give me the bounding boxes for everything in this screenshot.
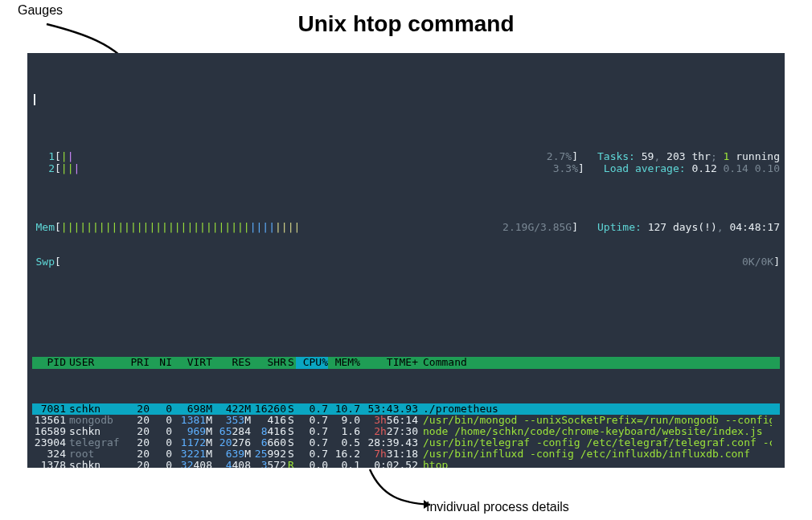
col-shr[interactable]: SHR xyxy=(251,357,286,368)
col-pri[interactable]: PRI xyxy=(125,357,150,368)
swp-gauge: Swp[0K/0K] xyxy=(32,256,780,268)
cpu-gauge-1: 1[||2.7%]Tasks: 59, 203 thr; 1 running xyxy=(32,151,780,163)
col-mem[interactable]: MEM% xyxy=(328,357,360,368)
process-annotation: Invidivual process details xyxy=(426,500,569,514)
process-row[interactable]: 23904telegraf2001172M202766660S0.70.528:… xyxy=(32,437,780,448)
page-title: Unix htop command xyxy=(297,11,514,37)
cursor-icon xyxy=(34,94,35,105)
col-virt[interactable]: VIRT xyxy=(172,357,212,368)
arrow-process-icon xyxy=(358,465,446,513)
mem-gauge: Mem[||||||||||||||||||||||||||||||||||||… xyxy=(32,221,780,233)
process-row[interactable]: 16589schkn200969M652848416S0.71.62h27:30… xyxy=(32,426,780,437)
col-pid[interactable]: PID xyxy=(32,357,69,368)
col-user[interactable]: USER xyxy=(69,357,125,368)
col-cpu[interactable]: CPU% xyxy=(296,357,328,368)
col-ni[interactable]: NI xyxy=(150,357,172,368)
process-row[interactable]: 7081schkn200698M422M16260S0.710.753:43.9… xyxy=(32,403,780,415)
col-time[interactable]: TIME+ xyxy=(360,357,418,368)
process-row[interactable]: 324root2003221M639M25992S0.716.27h31:18/… xyxy=(32,448,780,460)
col-res[interactable]: RES xyxy=(212,357,251,368)
col-cmd[interactable]: Command xyxy=(418,357,772,368)
process-row[interactable]: 13561mongodb2001381M353M416S0.79.03h56:1… xyxy=(32,415,780,426)
htop-terminal[interactable]: 1[||2.7%]Tasks: 59, 203 thr; 1 running2[… xyxy=(27,53,785,468)
cpu-gauge-2: 2[|||3.3%]Load average: 0.12 0.14 0.10 xyxy=(32,163,780,175)
process-row[interactable]: 1378schkn2003240844083572R0.00.10:02.52h… xyxy=(32,460,780,468)
process-header[interactable]: PID USER PRI NI VIRT RES SHR S CPU% MEM%… xyxy=(32,357,780,369)
process-list[interactable]: 7081schkn200698M422M16260S0.710.753:43.9… xyxy=(32,403,780,468)
col-s[interactable]: S xyxy=(286,357,296,368)
